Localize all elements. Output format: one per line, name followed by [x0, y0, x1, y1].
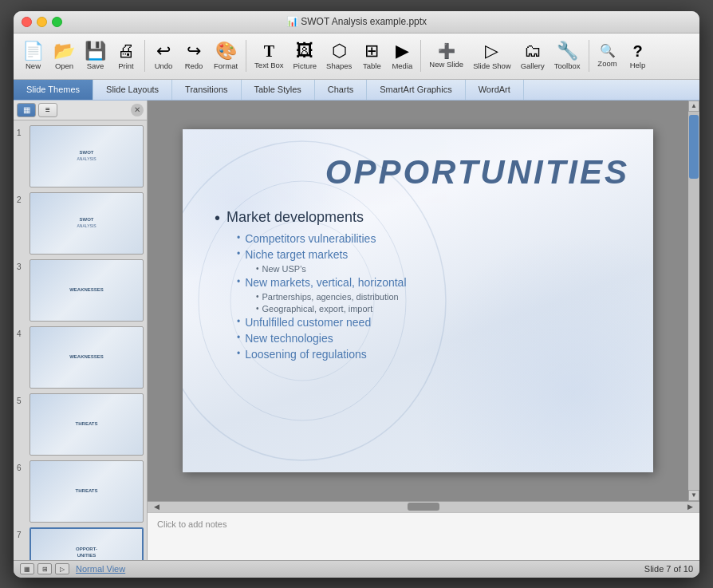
bullet-text: Loosening of regulations	[245, 348, 367, 361]
zoom-label: Zoom	[597, 59, 616, 68]
save-label: Save	[87, 61, 104, 70]
open-button[interactable]: 📂 Open	[49, 40, 79, 73]
outline-tab[interactable]: ≡	[38, 103, 57, 117]
slide-thumbnail[interactable]: WEAKNESSES	[30, 326, 144, 389]
slideshow-button[interactable]: ▷ Slide Show	[469, 40, 515, 73]
newslide-label: New Slide	[429, 60, 463, 69]
bullet-text: Market developments	[227, 209, 364, 226]
slide-content: Market developments Competitors vulnerab…	[215, 209, 637, 364]
view-present-btn[interactable]: ▷	[55, 563, 69, 574]
bullet-item: New USP's	[256, 264, 637, 274]
list-item[interactable]: 1 SWOT ANALYSIS	[17, 125, 144, 187]
open-label: Open	[55, 61, 73, 70]
maximize-button[interactable]	[52, 17, 62, 27]
redo-button[interactable]: ↪ Redo	[179, 40, 208, 73]
bullet-text: New markets, vertical, horizontal	[245, 276, 406, 289]
picture-button[interactable]: 🖼 Picture	[290, 40, 321, 73]
title-bar: 📊 SWOT Analysis example.pptx	[14, 11, 699, 34]
scroll-left-icon[interactable]: ◀	[154, 503, 160, 511]
view-normal-btn[interactable]: ▦	[20, 563, 34, 574]
save-icon: 💾	[85, 42, 106, 60]
slide-thumbnail[interactable]: SWOT ANALYSIS	[30, 125, 144, 187]
main-area: ▦ ≡ ✕ 1 SWOT ANALYSIS 2	[14, 101, 699, 560]
tab-slide-themes[interactable]: Slide Themes	[14, 80, 93, 100]
undo-button[interactable]: ↩ Undo	[149, 40, 178, 73]
format-button[interactable]: 🎨 Format	[210, 40, 242, 73]
status-view[interactable]: Normal View	[76, 564, 125, 574]
scroll-down[interactable]: ▼	[688, 490, 699, 501]
bullet-text: Niche target markets	[245, 248, 348, 261]
slide-thumbnail[interactable]: THREATS	[30, 460, 144, 523]
status-slide-info: Slide 7 of 10	[644, 564, 693, 574]
right-scrollbar: ▲ ▼	[688, 101, 699, 501]
bullet-text: Unfulfilled customer need	[245, 316, 371, 329]
save-button[interactable]: 💾 Save	[81, 40, 110, 73]
newslide-button[interactable]: ➕ New Slide	[425, 41, 467, 71]
list-item[interactable]: 2 SWOT ANALYSIS	[17, 192, 144, 255]
print-button[interactable]: 🖨 Print	[112, 40, 140, 73]
list-item[interactable]: 6 THREATS	[17, 460, 144, 523]
new-button[interactable]: 📄 New	[18, 40, 48, 73]
media-button[interactable]: ▶ Media	[388, 40, 416, 73]
slide-thumbnail[interactable]: THREATS	[30, 393, 144, 456]
bullet-item: Competitors vulnerabilities	[237, 232, 637, 245]
shapes-button[interactable]: ⬡ Shapes	[322, 40, 356, 73]
slide-thumbnail[interactable]: SWOT ANALYSIS	[30, 192, 144, 255]
slides-tab[interactable]: ▦	[17, 103, 36, 117]
tab-slide-layouts[interactable]: Slide Layouts	[93, 80, 172, 100]
view-grid-btn[interactable]: ⊞	[37, 563, 52, 574]
bullet-item: Niche target markets	[237, 248, 637, 261]
tab-wordart[interactable]: WordArt	[466, 80, 524, 100]
toolbox-button[interactable]: 🔧 Toolbox	[550, 40, 585, 73]
list-item[interactable]: 4 WEAKNESSES	[17, 326, 144, 389]
bullet-text: New USP's	[262, 264, 306, 274]
slide-thumbnail-selected[interactable]: OPPORT- UNITIES • Market dev... • Compet…	[30, 527, 144, 560]
close-button[interactable]	[22, 17, 32, 27]
shapes-icon: ⬡	[332, 42, 347, 60]
tab-transitions[interactable]: Transitions	[172, 80, 241, 100]
toolbox-label: Toolbox	[554, 61, 581, 70]
toolbox-icon: 🔧	[557, 42, 578, 60]
bullet-item: New markets, vertical, horizontal	[237, 276, 637, 289]
scroll-up[interactable]: ▲	[688, 101, 699, 112]
notes-placeholder: Click to add notes	[157, 519, 227, 529]
slides-list[interactable]: 1 SWOT ANALYSIS 2 SWOT ANALYSIS	[14, 120, 147, 560]
redo-label: Redo	[185, 61, 203, 70]
gallery-button[interactable]: 🗂 Gallery	[517, 40, 549, 73]
help-button[interactable]: ? Help	[624, 41, 652, 72]
status-bar: ▦ ⊞ ▷ Normal View Slide 7 of 10	[14, 560, 699, 578]
traffic-lights	[22, 17, 62, 27]
bullet-text: Partnerships, agencies, distribution	[262, 292, 399, 302]
list-item[interactable]: 5 THREATS	[17, 393, 144, 456]
slide-title: OPPORTUNITIES	[325, 153, 629, 191]
tab-smartart[interactable]: SmartArt Graphics	[367, 80, 465, 100]
separator-3	[420, 40, 421, 72]
horizontal-scroll-thumb[interactable]	[408, 503, 439, 511]
list-item[interactable]: 3 WEAKNESSES	[17, 259, 144, 322]
slideshow-icon: ▷	[485, 42, 498, 60]
scroll-thumb[interactable]	[689, 115, 699, 179]
table-button[interactable]: ⊞ Table	[357, 40, 386, 73]
view-buttons: ▦ ⊞ ▷	[20, 563, 69, 574]
list-item[interactable]: 7 OPPORT- UNITIES • Market dev... • Comp…	[17, 527, 144, 560]
minimize-button[interactable]	[37, 17, 47, 27]
textbox-button[interactable]: T Text Box	[250, 41, 287, 72]
slide-panel-close[interactable]: ✕	[131, 104, 144, 116]
slide-number: 3	[17, 259, 30, 271]
notes-area[interactable]: Click to add notes	[148, 512, 699, 560]
newslide-icon: ➕	[438, 44, 455, 58]
slide-thumbnail[interactable]: WEAKNESSES	[30, 259, 144, 322]
format-icon: 🎨	[215, 42, 237, 60]
zoom-button[interactable]: 🔍 Zoom	[593, 42, 622, 70]
textbox-icon: T	[264, 43, 274, 59]
slide-canvas[interactable]: OPPORTUNITIES Market developments Compet…	[183, 129, 653, 472]
scroll-right-icon[interactable]: ▶	[687, 503, 693, 511]
slide-number: 5	[17, 393, 30, 405]
slide-panel-tabs: ▦ ≡ ✕	[14, 101, 147, 120]
print-icon: 🖨	[117, 42, 135, 60]
tab-table-styles[interactable]: Table Styles	[242, 80, 315, 100]
media-icon: ▶	[396, 42, 409, 60]
tab-charts[interactable]: Charts	[315, 80, 367, 100]
bullet-text: Geographical, export, import	[262, 304, 373, 314]
bullet-item: Market developments	[215, 209, 637, 227]
